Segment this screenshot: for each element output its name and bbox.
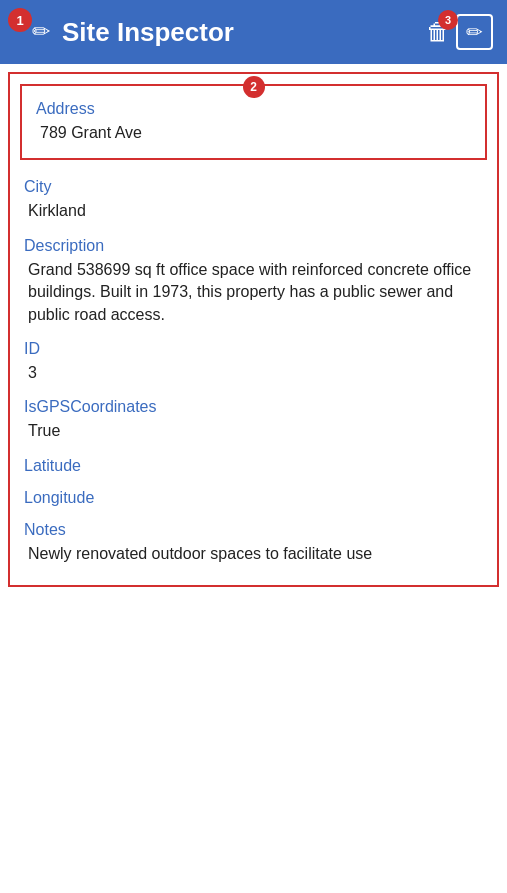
field-value-notes: Newly renovated outdoor spaces to facili…	[24, 543, 483, 565]
field-label-description: Description	[24, 237, 483, 255]
field-label-id: ID	[24, 340, 483, 358]
field-label-isgpscoordinates: IsGPSCoordinates	[24, 398, 483, 416]
header-actions: 🗑 3 ✏	[426, 14, 493, 50]
field-label-city: City	[24, 178, 483, 196]
edit-icon: ✏	[466, 20, 483, 44]
field-row: Longitude	[24, 489, 483, 507]
edit-button[interactable]: ✏	[456, 14, 493, 50]
field-row: CityKirkland	[24, 178, 483, 222]
address-badge: 2	[243, 76, 265, 98]
app-title: Site Inspector	[62, 17, 426, 48]
field-row: DescriptionGrand 538699 sq ft office spa…	[24, 237, 483, 326]
field-value-id: 3	[24, 362, 483, 384]
field-row: IsGPSCoordinatesTrue	[24, 398, 483, 442]
trash-button[interactable]: 🗑 3	[426, 18, 450, 46]
field-row: ID3	[24, 340, 483, 384]
field-label-longitude: Longitude	[24, 489, 483, 507]
app-header: 1 ✏ Site Inspector 🗑 3 ✏	[0, 0, 507, 64]
field-value-isgpscoordinates: True	[24, 420, 483, 442]
address-value: 789 Grant Ave	[36, 122, 471, 144]
trash-badge: 3	[438, 10, 458, 30]
field-value-description: Grand 538699 sq ft office space with rei…	[24, 259, 483, 326]
field-row: NotesNewly renovated outdoor spaces to f…	[24, 521, 483, 565]
address-section: 2 Address 789 Grant Ave	[20, 84, 487, 160]
content-wrapper: 2 Address 789 Grant Ave CityKirklandDesc…	[8, 72, 499, 587]
field-label-latitude: Latitude	[24, 457, 483, 475]
fields-container: CityKirklandDescriptionGrand 538699 sq f…	[10, 160, 497, 585]
header-badge: 1	[8, 8, 32, 32]
address-label: Address	[36, 100, 471, 118]
field-value-city: Kirkland	[24, 200, 483, 222]
field-row: Latitude	[24, 457, 483, 475]
field-label-notes: Notes	[24, 521, 483, 539]
pencil-decoration-icon: ✏	[32, 19, 50, 45]
